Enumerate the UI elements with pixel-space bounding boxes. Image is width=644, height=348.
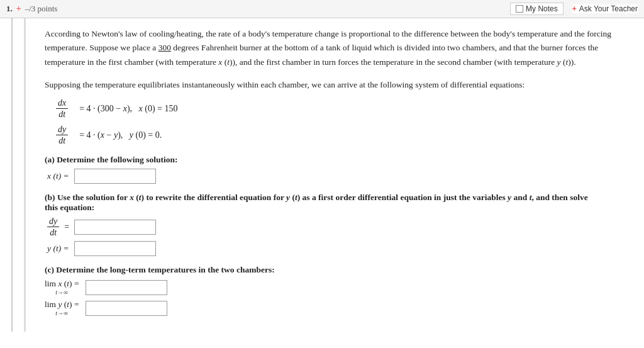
my-notes-button[interactable]: My Notes	[510, 3, 564, 15]
lim-y-input[interactable]	[86, 301, 167, 316]
part-a-label: (a) Determine the following solution:	[45, 155, 625, 165]
xt-label: x (t) =	[47, 171, 69, 181]
lim-x-row: lim x (t) = t→∞	[45, 279, 625, 296]
ask-teacher-button[interactable]: + Ask Your Teacher	[572, 4, 638, 13]
yt-label: y (t) =	[47, 244, 69, 254]
lim-x-input[interactable]	[86, 280, 167, 295]
lim-y-label: lim y (t) = t→∞	[45, 300, 79, 317]
part-c-label: (c) Determine the long-term temperatures…	[45, 265, 625, 275]
dx-numerator: dx	[56, 98, 68, 109]
yt-input[interactable]	[74, 241, 156, 256]
equation-1: dx dt = 4 · (300 − x), x (0) = 150	[56, 98, 625, 120]
problem-number: 1.	[6, 4, 13, 14]
dt-denominator2: dt	[57, 135, 67, 145]
checkbox-icon	[516, 5, 523, 13]
top-bar-right: My Notes + Ask Your Teacher	[510, 3, 638, 15]
part-b-label: (b) Use the solution for x (t) to rewrit…	[45, 193, 625, 213]
dy-numerator: dy	[56, 125, 68, 135]
dx-dt-fraction: dx dt	[56, 98, 68, 120]
main-content: According to Newton's law of cooling/hea…	[24, 18, 644, 332]
ask-teacher-label: Ask Your Teacher	[579, 4, 638, 13]
dt-denominator: dt	[57, 109, 67, 119]
eq1-rhs: = 4 · (300 − x), x (0) = 150	[79, 104, 177, 114]
part-b-dydt-row: dy dt =	[47, 216, 625, 238]
problem-info: 1. + –/3 points	[6, 4, 57, 14]
dy-dt-fraction: dy dt	[56, 125, 68, 146]
my-notes-label: My Notes	[526, 4, 558, 13]
dy-num-b: dy	[47, 216, 59, 227]
xt-input[interactable]	[74, 169, 156, 184]
equals-b: =	[64, 222, 69, 232]
part-a-input-row: x (t) =	[47, 169, 625, 184]
temp-300: 300	[158, 43, 171, 52]
equation-2: dy dt = 4 · (x − y), y (0) = 0.	[56, 125, 625, 146]
part-b-yt-row: y (t) =	[47, 241, 625, 256]
eq2-rhs: = 4 · (x − y), y (0) = 0.	[79, 130, 162, 140]
points-label: –/3 points	[25, 4, 58, 14]
plus-icon: +	[16, 4, 21, 14]
supposing-text: Supposing the temperature equilibriates …	[45, 78, 625, 92]
dt-den-b: dt	[48, 227, 58, 237]
problem-intro: According to Newton's law of cooling/hea…	[45, 27, 625, 69]
lim-y-row: lim y (t) = t→∞	[45, 300, 625, 317]
top-bar: 1. + –/3 points My Notes + Ask Your Teac…	[0, 0, 644, 18]
dydt-input[interactable]	[74, 220, 156, 235]
plus-circle-icon: +	[572, 4, 577, 13]
lim-x-label: lim x (t) = t→∞	[45, 279, 79, 296]
dy-dt-fraction-b: dy dt	[47, 216, 59, 238]
